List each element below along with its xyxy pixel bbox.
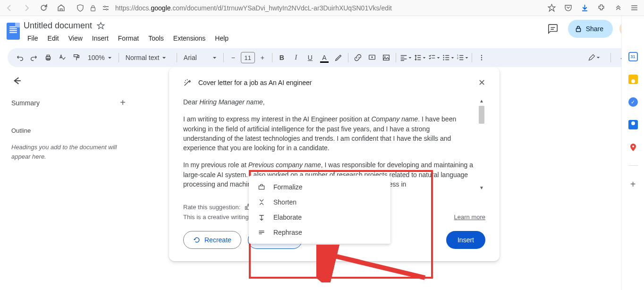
lock-icon <box>575 25 582 33</box>
editing-mode-button[interactable] <box>583 51 605 65</box>
outline-hint: Headings you add to the document will ap… <box>11 143 126 161</box>
rate-label: Rate this suggestion: <box>183 204 240 211</box>
close-panel-button[interactable]: ✕ <box>478 77 485 88</box>
add-comment-button[interactable] <box>365 51 379 64</box>
more-tools-button[interactable] <box>475 51 488 64</box>
zoom-selector[interactable]: 100% <box>84 54 116 61</box>
menu-file[interactable]: File <box>24 33 42 44</box>
contacts-icon[interactable] <box>628 120 638 129</box>
bookmark-star-icon[interactable] <box>548 4 556 12</box>
svg-rect-3 <box>576 28 580 32</box>
align-button[interactable] <box>399 51 412 64</box>
italic-button[interactable]: I <box>289 51 303 64</box>
url-bar[interactable]: https://docs.google.com/document/d/1trnu… <box>73 4 540 12</box>
recreate-button[interactable]: Recreate <box>183 231 241 249</box>
font-selector[interactable]: Arial <box>180 54 220 61</box>
svg-rect-7 <box>74 55 78 57</box>
hamburger-menu-icon[interactable] <box>630 4 638 12</box>
undo-button[interactable] <box>13 51 26 64</box>
tasks-icon[interactable] <box>628 97 638 107</box>
star-icon[interactable] <box>97 22 105 30</box>
svg-point-10 <box>384 56 385 57</box>
outline-sidebar: Summary + Outline Headings you add to th… <box>0 67 137 290</box>
shield-icon <box>76 4 84 12</box>
forward-button[interactable] <box>23 4 30 12</box>
svg-rect-5 <box>47 55 49 57</box>
checklist-button[interactable] <box>427 51 441 64</box>
refine-elaborate[interactable]: Elaborate <box>249 210 390 225</box>
menu-extensions[interactable]: Extensions <box>169 33 209 44</box>
maps-icon[interactable] <box>628 143 638 152</box>
svg-point-17 <box>481 57 482 58</box>
insert-link-button[interactable] <box>351 51 364 64</box>
browser-nav <box>6 4 65 12</box>
chevrons-icon[interactable] <box>614 4 622 12</box>
toolbar: 100% Normal text Arial − 11 + B I U A 12 <box>8 48 636 67</box>
keep-icon[interactable] <box>628 75 638 84</box>
svg-point-11 <box>443 55 444 56</box>
calendar-icon[interactable] <box>628 52 638 61</box>
refine-rephrase[interactable]: Rephrase <box>249 225 390 240</box>
docs-logo-icon[interactable] <box>7 23 20 40</box>
settings-slider-icon <box>102 4 110 12</box>
svg-rect-19 <box>259 186 264 189</box>
reload-button[interactable] <box>40 4 48 12</box>
bullet-list-button[interactable] <box>441 51 455 64</box>
expand-icon <box>257 213 266 221</box>
add-summary-button[interactable]: + <box>120 97 126 108</box>
menu-help[interactable]: Help <box>211 33 232 44</box>
insert-button[interactable]: Insert <box>446 231 485 249</box>
menu-edit[interactable]: Edit <box>44 33 63 44</box>
text-color-button[interactable]: A <box>318 51 331 64</box>
doc-title[interactable]: Untitled document <box>24 21 92 31</box>
svg-text:2: 2 <box>457 57 458 60</box>
home-button[interactable] <box>57 4 65 12</box>
briefcase-icon <box>257 183 266 191</box>
svg-point-12 <box>443 57 444 58</box>
pocket-icon[interactable] <box>564 4 572 12</box>
back-button[interactable] <box>6 4 13 12</box>
highlight-button[interactable] <box>332 51 345 64</box>
share-button[interactable]: Share <box>568 20 613 38</box>
paint-format-button[interactable] <box>70 51 83 64</box>
increase-font-button[interactable]: + <box>256 51 269 64</box>
redo-button[interactable] <box>27 51 41 64</box>
insert-image-button[interactable] <box>380 51 393 64</box>
side-panel: + <box>621 16 644 290</box>
decrease-font-button[interactable]: − <box>227 51 240 64</box>
numbered-list-button[interactable]: 12 <box>456 51 469 64</box>
menu-insert[interactable]: Insert <box>88 33 112 44</box>
refine-menu: Formalize Shorten Elaborate Rephrase <box>249 176 390 244</box>
collapse-icon <box>257 198 266 206</box>
bold-button[interactable]: B <box>275 51 288 64</box>
refine-formalize[interactable]: Formalize <box>249 179 390 195</box>
magic-wand-icon <box>183 78 192 87</box>
comments-button[interactable] <box>544 20 561 37</box>
download-icon[interactable] <box>581 4 589 12</box>
browser-right <box>548 4 638 12</box>
line-spacing-button[interactable] <box>413 51 426 64</box>
ai-panel-title: Cover letter for a job as An AI engineer <box>198 79 472 86</box>
svg-point-1 <box>104 6 106 7</box>
refine-shorten[interactable]: Shorten <box>249 195 390 210</box>
learn-more-link[interactable]: Learn more <box>454 213 485 221</box>
extensions-icon[interactable] <box>597 4 605 12</box>
print-button[interactable] <box>42 51 55 64</box>
svg-rect-9 <box>383 55 390 60</box>
add-addon-button[interactable]: + <box>630 179 636 190</box>
font-size-input[interactable]: 11 <box>241 52 255 63</box>
url-text: https://docs.google.com/document/d/1trnu… <box>115 4 536 12</box>
summary-label: Summary <box>11 99 40 107</box>
browser-bar: https://docs.google.com/document/d/1trnu… <box>0 0 644 16</box>
menu-format[interactable]: Format <box>114 33 143 44</box>
svg-point-21 <box>632 145 634 147</box>
underline-button[interactable]: U <box>304 51 317 64</box>
svg-point-13 <box>443 59 444 60</box>
svg-point-16 <box>481 55 482 56</box>
spellcheck-button[interactable] <box>56 51 69 64</box>
style-selector[interactable]: Normal text <box>122 54 174 61</box>
menu-view[interactable]: View <box>65 33 86 44</box>
close-outline-button[interactable] <box>11 76 126 86</box>
menu-tools[interactable]: Tools <box>144 33 168 44</box>
content-scrollbar[interactable]: ▲ ▼ <box>478 97 485 192</box>
